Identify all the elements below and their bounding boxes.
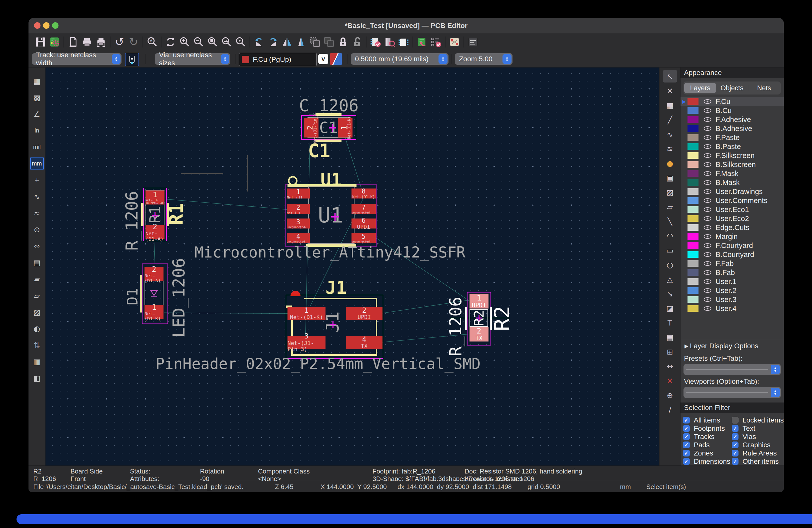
visibility-eye-icon[interactable]: [702, 234, 713, 239]
r1-pad-2[interactable]: 2Net-(D1-A): [145, 225, 164, 239]
layer-color-swatch[interactable]: [687, 170, 698, 177]
d1-ref-fab[interactable]: D1: [124, 288, 141, 305]
add-footprint-tool[interactable]: ▣: [663, 172, 677, 184]
ungroup-icon[interactable]: [322, 35, 336, 48]
print-icon[interactable]: [80, 35, 94, 48]
save-icon[interactable]: [33, 35, 47, 48]
visibility-eye-icon[interactable]: [702, 162, 713, 167]
net-color-mode-icon[interactable]: ▤: [30, 256, 44, 269]
layer-row[interactable]: ▶ User.3: [681, 295, 784, 304]
layer-pair-indicator[interactable]: [330, 53, 342, 65]
highlight-net-tool[interactable]: ✕: [663, 85, 677, 97]
layer-color-swatch[interactable]: [687, 98, 698, 105]
flip-horizontal-icon[interactable]: [280, 35, 294, 48]
selection-filter-item[interactable]: Text: [732, 424, 784, 432]
visibility-eye-icon[interactable]: [702, 171, 713, 176]
layer-color-swatch[interactable]: [687, 233, 698, 240]
j1-footprint-name[interactable]: PinHeader_02x02_P2.54mm_Vertical_SMD: [156, 355, 480, 372]
draw-circle-tool[interactable]: ○: [663, 259, 677, 271]
layer-row[interactable]: ▶ B.Paste: [681, 142, 784, 151]
layer-row[interactable]: ▶ F.Paste: [681, 133, 784, 142]
layer-row[interactable]: ▶ User.4: [681, 304, 784, 313]
u1-pad-1[interactable]: 1Net-(J1-Pin_3): [287, 189, 310, 199]
layer-row[interactable]: ▶ User.Eco1: [681, 205, 784, 214]
selection-filter-item[interactable]: Pads: [683, 441, 732, 449]
net-inspector-icon[interactable]: [448, 35, 462, 48]
selection-filter-item[interactable]: Rule Areas: [732, 449, 784, 457]
visibility-eye-icon[interactable]: [702, 216, 713, 221]
layer-color-swatch[interactable]: [687, 215, 698, 222]
selection-filter-item[interactable]: Other items: [732, 457, 784, 466]
plot-icon[interactable]: [94, 35, 108, 48]
checkbox[interactable]: [683, 417, 690, 424]
layer-color-swatch[interactable]: [687, 260, 698, 267]
zoom-select[interactable]: Zoom 5.00 ▲▼: [455, 53, 512, 65]
zoom-selection-icon[interactable]: [233, 35, 247, 48]
visibility-eye-icon[interactable]: [702, 243, 713, 248]
visibility-eye-icon[interactable]: [702, 180, 713, 185]
layer-color-swatch[interactable]: [687, 107, 698, 114]
d1-footprint-label[interactable]: LED_1206: [169, 258, 188, 337]
j1-pad-4[interactable]: 4TX: [346, 336, 382, 349]
highlight-net-icon[interactable]: ⊙: [30, 223, 44, 236]
checkbox[interactable]: [732, 417, 739, 424]
layer-row[interactable]: ▶ B.Courtyard: [681, 250, 784, 259]
curved-ratsnest-icon[interactable]: ≈: [30, 206, 44, 220]
layer-row[interactable]: ▶ F.Courtyard: [681, 241, 784, 250]
board-setup-icon[interactable]: [47, 35, 61, 48]
add-image-tool[interactable]: ◪: [663, 302, 677, 314]
visibility-eye-icon[interactable]: [702, 225, 713, 230]
c1-footprint-label[interactable]: C_1206: [299, 96, 359, 115]
checkbox[interactable]: [732, 433, 739, 440]
visibility-eye-icon[interactable]: [702, 189, 713, 194]
selection-filter-item[interactable]: Dimensions: [683, 457, 732, 466]
checkbox[interactable]: [683, 441, 690, 448]
tab-objects[interactable]: Objects: [716, 83, 748, 93]
u1-pad-6[interactable]: 6UPDI: [351, 219, 376, 229]
layer-row[interactable]: ▶ B.Mask: [681, 178, 784, 187]
footprint-properties-icon[interactable]: [396, 35, 410, 48]
zone-sketch-icon[interactable]: ▨: [30, 306, 44, 319]
layer-row[interactable]: ▶ F.Cu: [681, 97, 784, 106]
pcb-canvas[interactable]: C_1206 2 Net-(J1-Pin_3) 1 Net-(D1-K) C1 …: [45, 68, 659, 466]
layer-row[interactable]: ▶ User.1: [681, 277, 784, 286]
d1-pad-2[interactable]: 2Net-(D1-A): [145, 267, 163, 281]
measure-tool[interactable]: ∕: [663, 404, 677, 416]
refresh-view-icon[interactable]: [163, 35, 177, 48]
layer-color-swatch[interactable]: [687, 188, 698, 195]
layer-color-swatch[interactable]: [687, 296, 698, 303]
presets-select[interactable]: ▲▼: [683, 364, 781, 375]
r2-footprint-label[interactable]: R_1206: [446, 297, 465, 356]
layer-color-swatch[interactable]: [687, 278, 698, 285]
zone-fill-icon[interactable]: ▰: [30, 273, 44, 285]
zone-outline-icon[interactable]: ▱: [30, 289, 44, 302]
layer-display-options[interactable]: ▶ Layer Display Options: [681, 340, 784, 352]
flip-vertical-icon[interactable]: [294, 35, 308, 48]
tune-length-tool[interactable]: ≋: [663, 143, 677, 155]
layer-row[interactable]: ▶ B.Fab: [681, 268, 784, 277]
r2-ref-silk[interactable]: R2: [490, 306, 514, 331]
layer-color-swatch[interactable]: [687, 161, 698, 168]
r1-footprint-label[interactable]: R_1206: [122, 191, 142, 250]
layer-color-swatch[interactable]: [687, 143, 698, 150]
checkbox[interactable]: [732, 441, 739, 448]
visibility-eye-icon[interactable]: [702, 117, 713, 122]
units-inches[interactable]: in: [30, 124, 44, 137]
zoom-fit-objects-icon[interactable]: [219, 35, 233, 48]
properties-panel-icon[interactable]: ◧: [30, 371, 44, 384]
design-rules-check-icon[interactable]: [429, 35, 443, 48]
u1-pad-2[interactable]: 2Net-(U1-TXD/PA6/DAC): [287, 204, 310, 214]
local-ratsnest-icon[interactable]: ∾: [30, 239, 44, 252]
units-mm[interactable]: mm: [30, 157, 44, 170]
unlock-icon[interactable]: [350, 35, 364, 48]
r1-pad-1[interactable]: 1Net-(U1-TXD/PA6/DAC): [145, 191, 164, 205]
rotate-cw-icon[interactable]: [266, 35, 280, 48]
u1-pad-8[interactable]: 8Net-(D1-K): [351, 189, 376, 199]
selection-filter-item[interactable]: Locked items: [732, 416, 784, 424]
visibility-eye-icon[interactable]: [702, 153, 713, 158]
find-icon[interactable]: A: [145, 35, 159, 48]
selection-filter-item[interactable]: Vias: [732, 432, 784, 441]
track-width-select[interactable]: Track: use netclass width ▲▼: [32, 53, 121, 65]
add-text-tool[interactable]: T: [663, 317, 677, 329]
visibility-eye-icon[interactable]: [702, 135, 713, 140]
